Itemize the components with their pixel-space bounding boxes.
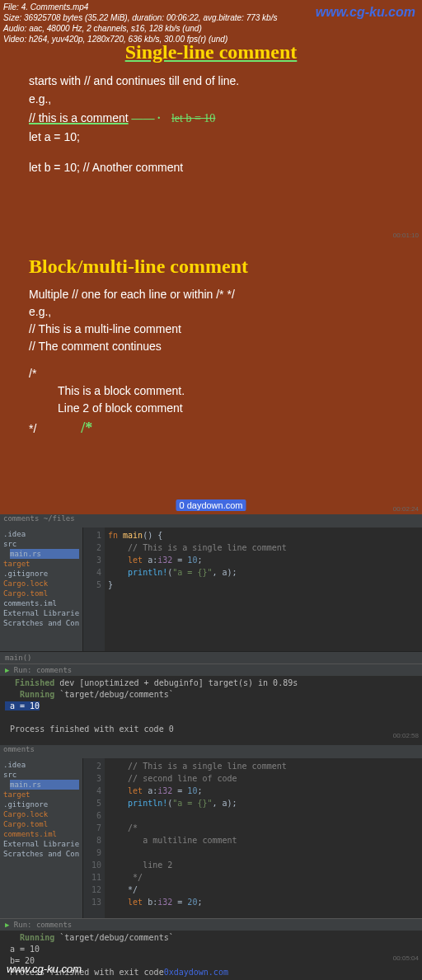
tree-item[interactable]: target [3, 790, 79, 799]
slide1-arrow-icon: —— · [131, 112, 163, 124]
tree-item[interactable]: Cargo.lock [3, 579, 79, 588]
code-editor-2[interactable]: // This is a single line comment // seco… [105, 758, 422, 919]
meta-size: Size: 36925708 bytes (35.22 MiB), durati… [3, 12, 277, 23]
tree-item[interactable]: .idea [3, 529, 79, 539]
tree-item[interactable]: target [3, 559, 79, 569]
slide1-comment-line: // this is a comment —— · let b = 10 [29, 109, 393, 128]
run-icon: ▶ [5, 921, 14, 929]
tree-item-selected[interactable]: main.rs [10, 780, 79, 790]
run-panel-tab-2[interactable]: ▶ Run: comments [0, 918, 422, 931]
slide1-line5: let b = 10; // Another comment [29, 158, 393, 176]
tree-item[interactable]: .gitignore [3, 799, 79, 809]
tree-item[interactable]: .idea [3, 760, 79, 770]
ide2-tab[interactable]: omments [3, 745, 35, 753]
slide2-title: Block/multi-line comment [29, 256, 422, 278]
tree-item-selected[interactable]: main.rs [10, 549, 79, 559]
tree-item[interactable]: Scratches and Con [3, 618, 79, 628]
meta-video: Video: h264, yuv420p, 1280x720, 636 kb/s… [3, 34, 277, 45]
slide2-line4: // The comment continues [29, 338, 393, 355]
watermark-center: 0 daydown.com [176, 499, 246, 511]
tree-item[interactable]: comments.iml [3, 829, 79, 839]
gutter-2: 234 567 8910 111213 [83, 758, 105, 919]
slide2-line5: /* [29, 365, 393, 382]
slide1-line2: e.g., [29, 90, 393, 108]
slide2-line8: */ /* [29, 417, 393, 439]
project-tree[interactable]: .idea src main.rs target .gitignore Carg… [0, 528, 83, 651]
slide-block-comment: Block/multi-line comment Multiple // one… [0, 241, 422, 514]
terminal-output[interactable]: Finished dev [unoptimized + debuginfo] t… [0, 676, 422, 737]
tree-item[interactable]: Cargo.toml [3, 819, 79, 829]
gutter: 1 2 3 4 5 [83, 528, 105, 651]
slide1-line4: let a = 10; [29, 128, 393, 146]
tree-item[interactable]: comments.iml [3, 598, 79, 608]
slide1-scribble: let b = 10 [171, 112, 215, 124]
slide2-line6: This is a block comment. [58, 382, 393, 400]
meta-audio: Audio: aac, 48000 Hz, 2 channels, s16, 1… [3, 23, 277, 34]
timestamp-1: 00:01:10 [393, 232, 419, 239]
project-tree-2[interactable]: .idea src main.rs target .gitignore Carg… [0, 758, 83, 919]
slide2-line2: e.g., [29, 303, 393, 321]
ide-screenshot-2: omments .idea src main.rs target .gitign… [0, 745, 422, 980]
breadcrumb: main() [0, 651, 422, 663]
media-metadata: File: 4. Comments.mp4 Size: 36925708 byt… [3, 2, 277, 45]
ide2-tabbar[interactable]: omments [0, 745, 422, 758]
watermark-top: www.cg-ku.com [316, 5, 415, 20]
slide1-line1: starts with // and continues till end of… [29, 72, 393, 90]
tree-item[interactable]: src [3, 539, 79, 549]
run-icon: ▶ [5, 666, 14, 674]
timestamp-2: 00:02:24 [393, 505, 419, 513]
ide1-tab-project[interactable]: comments ~/files [3, 514, 75, 523]
tree-item[interactable]: .gitignore [3, 569, 79, 579]
tree-item[interactable]: External Libraries [3, 608, 79, 618]
tree-item[interactable]: src [3, 770, 79, 780]
meta-file: File: 4. Comments.mp4 [3, 2, 277, 12]
run-panel-tab[interactable]: ▶ Run: comments [0, 663, 422, 676]
tree-item[interactable]: External Libraries [3, 839, 79, 849]
timestamp-4: 00:05:04 [393, 954, 419, 962]
watermark-inline: 0xdaydown.com [164, 968, 228, 977]
slide1-comment-text: // this is a comment [29, 111, 129, 124]
code-editor[interactable]: fn main() { // This is a single line com… [105, 528, 422, 651]
tree-item[interactable]: Cargo.toml [3, 588, 79, 598]
green-slash-star-icon: /* [81, 420, 92, 436]
slide2-line1: Multiple // one for each line or within … [29, 286, 393, 303]
timestamp-3: 00:02:58 [393, 732, 419, 739]
ide-screenshot-1: comments ~/files .idea src main.rs targe… [0, 514, 422, 745]
slide2-line3: // This is a multi-line comment [29, 321, 393, 338]
slide2-line7: Line 2 of block comment [58, 400, 393, 417]
watermark-bottom: www.cg-ku.com [7, 963, 82, 975]
tree-item[interactable]: Scratches and Con [3, 849, 79, 859]
slide1-title: Single-line comment [0, 41, 422, 63]
ide1-tabbar[interactable]: comments ~/files [0, 514, 422, 528]
tree-item[interactable]: Cargo.lock [3, 809, 79, 819]
